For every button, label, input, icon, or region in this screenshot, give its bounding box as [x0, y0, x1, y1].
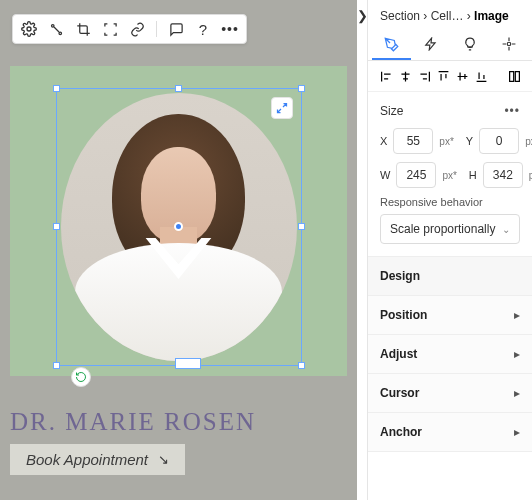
svg-point-1 [51, 24, 54, 27]
center-handle[interactable] [174, 222, 183, 231]
svg-point-0 [27, 27, 31, 31]
align-right-icon[interactable] [418, 69, 431, 83]
handle-tl[interactable] [53, 85, 60, 92]
accordion-position[interactable]: Position▸ [368, 296, 532, 335]
chevron-right-icon: ▸ [514, 386, 520, 400]
chevron-right-icon: ▸ [514, 425, 520, 439]
breadcrumb-section[interactable]: Section [380, 9, 420, 23]
x-unit[interactable]: px* [439, 136, 453, 147]
handle-ml[interactable] [53, 223, 60, 230]
align-left-icon[interactable] [380, 69, 393, 83]
match-size-icon[interactable] [508, 69, 521, 83]
responsive-value: Scale proportionally [390, 222, 495, 236]
tab-code[interactable] [489, 31, 528, 60]
handle-tr[interactable] [298, 85, 305, 92]
editor-canvas: ? ••• DR. MARIE ROSEN Book Appointment ↘ [0, 0, 357, 500]
collapse-panel-icon[interactable]: ❯ [355, 8, 369, 22]
chevron-right-icon: ▸ [514, 347, 520, 361]
alignment-row [368, 61, 532, 92]
w-unit[interactable]: px* [442, 170, 456, 181]
responsive-label: Responsive behavior [380, 196, 520, 208]
arrow-icon: ↘ [158, 452, 169, 467]
w-input[interactable] [396, 162, 436, 188]
handle-bl[interactable] [53, 362, 60, 369]
handle-mr[interactable] [298, 223, 305, 230]
panel-tabs [368, 23, 532, 61]
handle-tc[interactable] [175, 85, 182, 92]
svg-rect-5 [515, 71, 519, 81]
link-icon[interactable] [129, 21, 145, 37]
cta-label: Book Appointment [26, 451, 148, 468]
align-center-h-icon[interactable] [399, 69, 412, 83]
svg-point-3 [507, 42, 511, 46]
chevron-right-icon: ▸ [514, 308, 520, 322]
expand-icon[interactable] [271, 97, 293, 119]
panel-divider[interactable]: ❯ [357, 0, 367, 500]
y-label: Y [466, 135, 473, 147]
accordion-adjust[interactable]: Adjust▸ [368, 335, 532, 374]
help-icon[interactable]: ? [195, 21, 211, 37]
properties-panel: Section › Cell… › Image Size ••• X px* Y… [367, 0, 532, 500]
chevron-down-icon: ⌄ [502, 224, 510, 235]
tab-design[interactable] [372, 31, 411, 60]
handle-bc[interactable] [175, 358, 201, 369]
h-input[interactable] [483, 162, 523, 188]
handle-br[interactable] [298, 362, 305, 369]
y-unit[interactable]: px* [525, 136, 532, 147]
responsive-select[interactable]: Scale proportionally ⌄ [380, 214, 520, 244]
book-appointment-button[interactable]: Book Appointment ↘ [10, 444, 185, 475]
accordion-anchor[interactable]: Anchor▸ [368, 413, 532, 452]
size-more-icon[interactable]: ••• [504, 104, 520, 118]
svg-rect-4 [510, 71, 514, 81]
x-label: X [380, 135, 387, 147]
accordion-cursor[interactable]: Cursor▸ [368, 374, 532, 413]
size-section: Size ••• X px* Y px* W px* H px* Respons… [368, 92, 532, 256]
more-icon[interactable]: ••• [222, 21, 238, 37]
image-frame [10, 66, 347, 376]
size-label: Size [380, 104, 403, 118]
h-label: H [469, 169, 477, 181]
x-input[interactable] [393, 128, 433, 154]
page-heading: DR. MARIE ROSEN [10, 408, 347, 436]
breadcrumb-image[interactable]: Image [474, 9, 509, 23]
w-label: W [380, 169, 390, 181]
align-bottom-icon[interactable] [475, 69, 488, 83]
toolbar-separator [156, 21, 157, 37]
rotate-handle[interactable] [71, 367, 91, 387]
align-middle-icon[interactable] [456, 69, 469, 83]
crop-icon[interactable] [75, 21, 91, 37]
breadcrumb: Section › Cell… › Image [368, 0, 532, 23]
svg-point-2 [59, 32, 62, 35]
animation-icon[interactable] [48, 21, 64, 37]
tab-interaction[interactable] [450, 31, 489, 60]
accordion-design[interactable]: Design▸ [368, 256, 532, 296]
focal-icon[interactable] [102, 21, 118, 37]
selection-box[interactable] [56, 88, 302, 366]
align-top-icon[interactable] [437, 69, 450, 83]
breadcrumb-cell[interactable]: Cell… [431, 9, 464, 23]
comment-icon[interactable] [168, 21, 184, 37]
y-input[interactable] [479, 128, 519, 154]
settings-icon[interactable] [21, 21, 37, 37]
tab-animation[interactable] [411, 31, 450, 60]
context-toolbar: ? ••• [12, 14, 247, 44]
